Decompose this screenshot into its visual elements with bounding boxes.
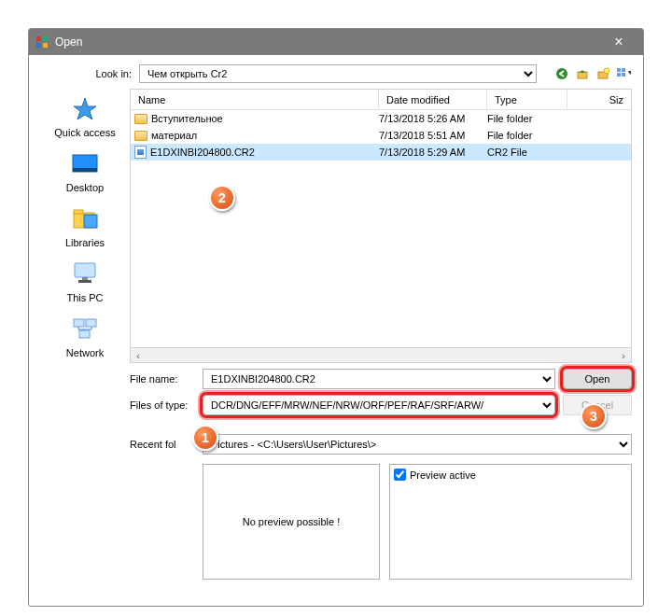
place-libraries[interactable]: Libraries — [65, 204, 105, 248]
libraries-icon — [70, 204, 100, 234]
file-list-header: Name Date modified Type Siz — [131, 90, 631, 110]
preview-empty-text: No preview possible ! — [243, 516, 341, 527]
scroll-right-icon[interactable]: › — [616, 348, 631, 362]
svg-rect-1 — [43, 36, 48, 41]
marker-2: 2 — [209, 185, 235, 211]
folder-icon — [134, 131, 147, 141]
filetype-label: Files of type: — [130, 399, 195, 411]
back-icon[interactable] — [553, 65, 570, 82]
col-type[interactable]: Type — [487, 90, 567, 109]
svg-rect-13 — [73, 168, 97, 172]
col-name[interactable]: Name — [131, 90, 379, 109]
open-dialog: Open × Look in: Чем открыть Cr2 Quick ac… — [28, 28, 644, 607]
svg-point-7 — [604, 68, 609, 74]
svg-rect-16 — [84, 215, 97, 228]
marker-3: 3 — [581, 403, 607, 429]
recent-folders-dropdown[interactable]: Pictures - <C:\Users\User\Pictures\> — [203, 434, 632, 455]
svg-rect-21 — [86, 319, 96, 327]
col-date[interactable]: Date modified — [379, 90, 487, 109]
file-list[interactable]: Name Date modified Type Siz Вступительно… — [130, 89, 632, 363]
preview-active-checkbox[interactable]: Preview active — [394, 469, 627, 481]
new-folder-icon[interactable] — [595, 65, 611, 82]
recent-label: Recent fol — [130, 439, 195, 450]
preview-options: Preview active — [389, 464, 632, 580]
place-quick-access[interactable]: Quick access — [54, 94, 115, 138]
svg-rect-15 — [74, 210, 83, 214]
svg-rect-5 — [578, 72, 587, 78]
view-menu-icon[interactable] — [615, 65, 632, 82]
svg-rect-20 — [74, 319, 84, 327]
svg-rect-11 — [622, 73, 625, 77]
svg-rect-19 — [78, 280, 91, 283]
this-pc-icon — [70, 259, 100, 289]
filetype-dropdown[interactable]: DCR/DNG/EFF/MRW/NEF/NRW/ORF/PEF/RAF/SRF/… — [203, 395, 555, 415]
place-this-pc[interactable]: This PC — [66, 259, 103, 303]
open-button[interactable]: Open — [563, 369, 632, 389]
svg-rect-3 — [43, 43, 48, 48]
close-button[interactable]: × — [600, 34, 637, 50]
svg-rect-18 — [82, 277, 88, 280]
file-icon — [134, 146, 147, 159]
preview-pane: No preview possible ! — [203, 464, 380, 580]
marker-1: 1 — [192, 425, 218, 451]
desktop-icon — [70, 149, 100, 179]
network-icon — [70, 315, 100, 344]
table-row[interactable]: Вступительное7/13/2018 5:26 AMFile folde… — [131, 110, 631, 127]
lookin-label: Look in: — [40, 68, 132, 79]
horizontal-scrollbar[interactable]: ‹ › — [131, 347, 631, 362]
filename-label: File name: — [130, 373, 195, 385]
svg-rect-10 — [617, 73, 621, 77]
place-desktop[interactable]: Desktop — [66, 149, 104, 193]
filename-input[interactable]: E1DXINBI204800.CR2 — [203, 369, 555, 389]
titlebar[interactable]: Open × — [29, 29, 643, 55]
app-icon — [35, 35, 49, 49]
places-bar: Quick access Desktop Libraries This PC N… — [40, 89, 130, 363]
svg-rect-2 — [36, 43, 41, 48]
svg-point-4 — [556, 68, 567, 79]
lookin-dropdown[interactable]: Чем открыть Cr2 — [139, 64, 537, 83]
table-row[interactable]: E1DXINBI204800.CR27/13/2018 5:29 AMCR2 F… — [131, 144, 631, 161]
svg-rect-17 — [75, 263, 95, 277]
up-icon[interactable] — [574, 65, 591, 82]
svg-rect-0 — [36, 36, 41, 41]
folder-icon — [134, 114, 147, 124]
table-row[interactable]: материал7/13/2018 5:51 AMFile folder — [131, 127, 631, 144]
col-size[interactable]: Siz — [567, 90, 631, 109]
quick-access-icon — [70, 94, 100, 124]
svg-rect-9 — [622, 68, 625, 72]
svg-rect-22 — [79, 330, 90, 338]
dialog-title: Open — [55, 35, 600, 49]
scroll-left-icon[interactable]: ‹ — [131, 348, 146, 362]
place-network[interactable]: Network — [66, 315, 104, 358]
svg-rect-8 — [617, 68, 621, 72]
